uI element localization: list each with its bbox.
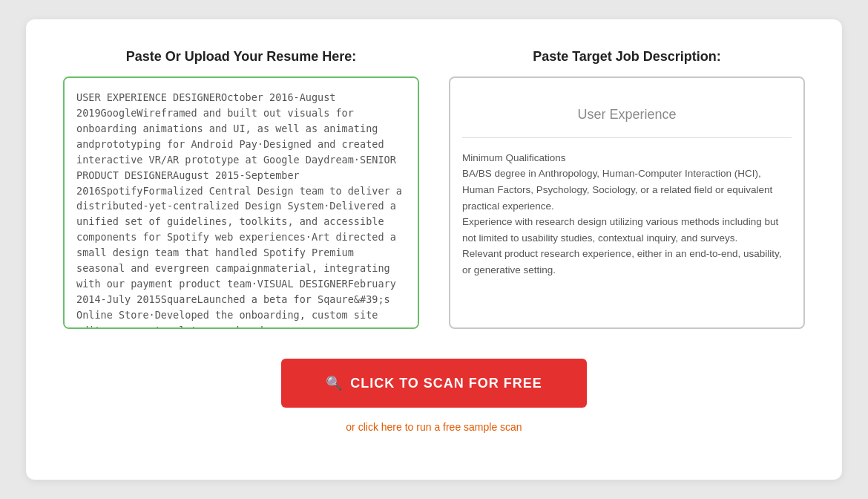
search-icon: 🔍 <box>326 375 343 391</box>
two-column-layout: Paste Or Upload Your Resume Here: USER E… <box>63 49 805 329</box>
job-desc-column: Paste Target Job Description: User Exper… <box>449 49 805 329</box>
sample-link-label: or click here to run a free sample scan <box>346 421 522 433</box>
scan-button[interactable]: 🔍 CLICK TO SCAN FOR FREE <box>281 359 587 408</box>
scan-button-label: CLICK TO SCAN FOR FREE <box>350 376 542 391</box>
sample-scan-link[interactable]: or click here to run a free sample scan <box>346 421 522 433</box>
resume-column-title: Paste Or Upload Your Resume Here: <box>63 49 419 65</box>
main-card: Paste Or Upload Your Resume Here: USER E… <box>26 19 842 480</box>
resume-textarea[interactable]: USER EXPERIENCE DESIGNEROctober 2016-Aug… <box>63 76 419 329</box>
job-desc-placeholder-title: User Experience <box>462 90 792 138</box>
job-desc-box[interactable]: User Experience Minimum Qualifications B… <box>449 76 805 329</box>
resume-column: Paste Or Upload Your Resume Here: USER E… <box>63 49 419 329</box>
job-desc-column-title: Paste Target Job Description: <box>449 49 805 65</box>
job-desc-content: Minimum Qualifications BA/BS degree in A… <box>462 150 792 278</box>
